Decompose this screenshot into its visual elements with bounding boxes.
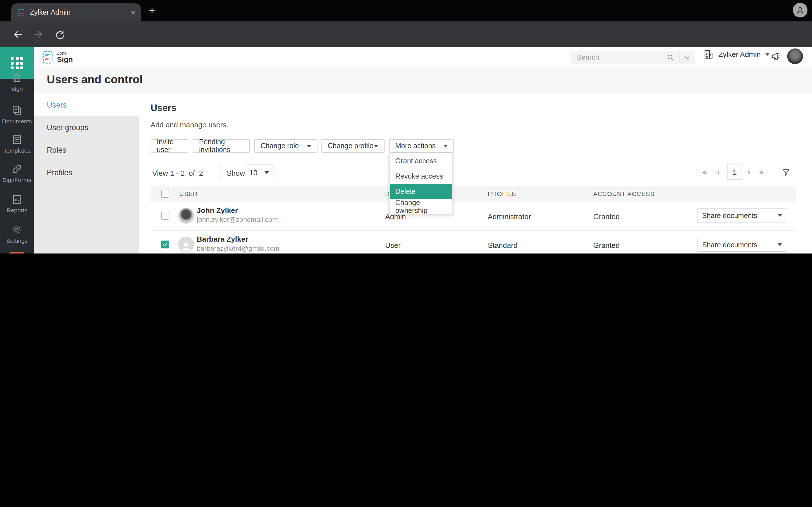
nav-item-profiles[interactable]: Profiles [34,161,139,184]
select-all-checkbox[interactable] [161,190,169,198]
user-access: Granted [593,241,620,249]
chevron-down-icon [307,145,311,147]
page-header: Users and control [34,67,812,94]
rail-item-sign[interactable]: Sign [0,72,34,92]
pagination-last[interactable]: » [759,167,763,176]
user-role: User [385,241,401,249]
menu-item-revoke-access[interactable]: Revoke access [390,168,452,184]
user-profile: Administrator [488,212,531,221]
person-icon [180,240,192,252]
rail-item-settings[interactable]: Settings [0,224,34,244]
browser-profile-icon[interactable] [793,3,808,17]
col-account-access: ACCOUNT ACCESS [593,190,655,197]
announcements-icon[interactable] [770,51,782,62]
search-input[interactable] [576,53,662,62]
home-icon [11,72,22,83]
more-actions-select[interactable]: More actions [389,139,454,153]
user-profile: Standard [488,241,518,249]
tab-title: Zylker Admin [30,8,126,16]
pagination-prev[interactable]: ‹ [717,167,720,176]
chevron-down-icon [264,171,269,174]
browser-titlebar: Zylker Admin × + [0,0,812,21]
pagination-page[interactable]: 1 [727,164,742,180]
screen: Zylker Admin × + sign.zoho.com /z [0,0,812,253]
show-label: Show [227,169,245,177]
add-new-button[interactable]: + [10,252,24,253]
org-switcher[interactable]: Zylker Admin [703,49,770,60]
nav-item-user-groups[interactable]: User groups [34,116,139,138]
back-icon[interactable] [12,29,24,40]
change-role-select[interactable]: Change role [254,139,317,153]
browser-toolbar: sign.zoho.com /zs/798445703#/admin/manag… [0,21,812,47]
link-icon [11,163,22,175]
page-title: Users and control [47,73,143,86]
chevron-down-icon [443,145,448,147]
tab-close-icon[interactable]: × [131,8,135,16]
user-avatar[interactable] [787,48,803,64]
user-email: john.zylker@zohomail.com [197,216,278,224]
rail-item-templates[interactable]: Templates [0,134,34,154]
page-size-select[interactable]: 10 [245,165,273,180]
row-divider [151,230,796,231]
browser-tab[interactable]: Zylker Admin × [11,3,141,21]
table-header [151,186,796,202]
apps-grid-icon [11,57,23,69]
menu-item-change-ownership[interactable]: Change ownership [390,199,452,214]
chevron-down-icon [777,214,782,217]
section-subheading: Add and manage users. [151,121,229,129]
search-icon[interactable] [666,54,674,61]
sign-doc-icon [42,50,54,64]
divider [220,165,220,180]
settings-nav: Users User groups Roles Profiles [34,94,139,253]
search-divider [679,54,679,61]
user-email: barbarazylker4@gmail.com [197,244,279,252]
gear-icon [11,224,22,235]
invite-user-button[interactable]: Invite user [151,139,188,153]
zoho-sign-favicon [17,8,26,17]
pagination-next[interactable]: › [748,167,750,176]
chevron-down-icon [777,243,782,246]
report-icon [11,194,22,205]
zoho-sign-logo[interactable]: Zoho Sign [42,50,73,64]
pagination-first[interactable]: « [703,167,707,176]
more-actions-menu: Grant access Revoke access Delete Change… [389,153,453,215]
view-range-text: View 1 - 2 of 2 [152,169,203,177]
user-access: Granted [593,212,620,221]
check-icon [162,242,168,247]
app-rail: Sign Documents Templates SignForms Repor… [0,47,34,253]
row-checkbox[interactable] [161,212,169,220]
share-documents-select[interactable]: Share documents [697,209,787,223]
search-chevron-icon[interactable] [684,54,691,61]
org-name: Zylker Admin [718,50,761,59]
rail-item-reports[interactable]: Reports [0,194,34,214]
building-icon [703,49,714,60]
user-avatar-placeholder [178,237,194,252]
rail-item-signforms[interactable]: SignForms [0,163,34,183]
user-name: John Zylker [197,206,238,215]
user-avatar-photo [178,208,194,224]
chevron-down-icon [374,145,378,147]
templates-icon [11,134,22,145]
nav-item-users[interactable]: Users [34,94,139,116]
forward-icon[interactable] [33,29,44,40]
global-search[interactable] [570,51,695,64]
nav-item-roles[interactable]: Roles [34,138,139,161]
rail-item-documents[interactable]: Documents [0,105,34,124]
reload-icon[interactable] [54,29,65,40]
pending-invitations-button[interactable]: Pending invitations [193,139,250,153]
section-heading: Users [151,103,176,113]
divider [774,165,774,180]
menu-item-delete[interactable]: Delete [390,184,452,199]
user-name: Barbara Zylker [197,235,248,243]
row-checkbox-checked[interactable] [161,240,169,248]
col-user: USER [179,190,198,197]
app-topbar: Zoho Sign Zylker Admin [34,47,812,67]
col-profile: PROFILE [488,190,516,197]
new-tab-button[interactable]: + [149,4,155,17]
menu-item-grant-access[interactable]: Grant access [390,153,452,168]
change-profile-select[interactable]: Change profile [321,139,385,153]
share-documents-select[interactable]: Share documents [697,238,787,252]
brand-sign: Sign [57,56,73,63]
documents-icon [11,105,22,116]
filter-icon[interactable] [781,168,791,177]
